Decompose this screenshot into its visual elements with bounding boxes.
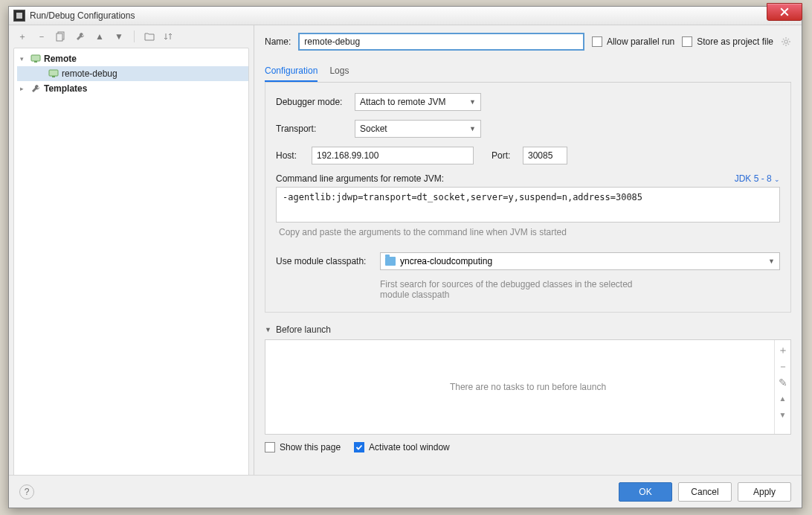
checkbox-label: Show this page [280,442,341,452]
select-value: Attach to remote JVM [360,97,445,107]
module-classpath-hint: First search for sources of the debugged… [380,279,648,300]
gear-icon[interactable] [781,36,791,47]
transport-label: Transport: [276,124,347,134]
module-icon [385,257,396,266]
dialog-footer: ? OK Cancel Apply [9,475,802,508]
app-icon [13,10,25,22]
tasks-side-toolbar: ＋ － ✎ ▲ ▼ [774,340,790,434]
close-button[interactable] [767,3,802,21]
select-value: Socket [360,124,387,134]
checkbox-label: Allow parallel run [607,36,674,47]
task-up-button[interactable]: ▲ [779,394,787,404]
store-as-project-file-checkbox[interactable]: Store as project file [682,36,773,47]
configuration-panel: Debugger mode: Attach to remote JVM ▼ Tr… [265,83,791,313]
titlebar[interactable]: Run/Debug Configurations [9,7,802,25]
remove-config-button[interactable]: － [36,31,48,42]
svg-rect-3 [34,61,37,63]
apply-button[interactable]: Apply [738,482,791,502]
tree-node-remote[interactable]: ▾ Remote [17,51,248,66]
cancel-button[interactable]: Cancel [678,482,732,502]
tab-logs[interactable]: Logs [329,61,349,82]
module-classpath-label: Use module classpath: [276,256,373,266]
remote-config-icon [48,68,59,79]
sort-button[interactable] [163,31,175,42]
svg-rect-5 [52,76,55,77]
remote-group-icon [30,54,41,64]
name-label: Name: [265,36,291,47]
task-edit-button[interactable]: ✎ [779,377,787,388]
tree-node-remote-debug[interactable]: remote-debug [17,66,248,81]
edit-defaults-button[interactable] [74,31,86,42]
chevron-down-icon: ▼ [469,98,476,106]
dialog-window: Run/Debug Configurations ＋ － ▲ ▼ ▾ [8,6,802,508]
debugger-mode-select[interactable]: Attach to remote JVM ▼ [355,93,481,111]
folder-icon [144,32,155,41]
copy-icon [56,31,66,42]
checkbox-box [592,36,602,47]
tree-label: Remote [44,54,77,64]
checkbox-box [265,442,275,452]
help-button[interactable]: ? [19,484,34,499]
tree-label: remote-debug [62,68,117,79]
svg-rect-4 [49,70,58,76]
expand-icon[interactable]: ▸ [20,85,28,92]
window-title: Run/Debug Configurations [30,10,135,21]
before-launch-title: Before launch [276,324,331,335]
move-down-button[interactable]: ▼ [113,31,125,42]
move-up-button[interactable]: ▲ [94,31,106,42]
tree-label: Templates [44,83,87,94]
cmd-args-textarea[interactable]: -agentlib:jdwp=transport=dt_socket,serve… [276,187,780,223]
checkbox-label: Activate tool window [369,442,450,452]
configurations-tree[interactable]: ▾ Remote remote-debug ▸ Templates [13,48,249,503]
svg-rect-1 [57,33,62,41]
before-launch-tasks: There are no tasks to run before launch … [265,339,791,435]
add-config-button[interactable]: ＋ [16,31,28,42]
ok-button[interactable]: OK [619,482,672,502]
templates-icon [30,83,41,94]
task-down-button[interactable]: ▼ [779,410,787,420]
task-remove-button[interactable]: － [778,361,788,371]
checkbox-box [682,36,692,47]
activate-tool-window-checkbox[interactable]: Activate tool window [354,442,450,452]
expand-icon[interactable]: ▾ [20,55,28,63]
right-panel: Name: Allow parallel run Store as projec… [254,25,802,508]
tabs: Configuration Logs [265,61,791,83]
cmd-args-hint: Copy and paste the arguments to the comm… [279,227,780,237]
cmd-args-label: Command line arguments for remote JVM: [276,173,444,184]
copy-config-button[interactable] [55,31,67,42]
before-launch-header[interactable]: ▼ Before launch [265,324,791,335]
chevron-down-icon: ▼ [469,125,476,132]
left-panel: ＋ － ▲ ▼ ▾ Remote remote-debug [9,25,254,508]
host-input[interactable] [312,147,474,164]
allow-parallel-run-checkbox[interactable]: Allow parallel run [592,36,674,47]
show-this-page-checkbox[interactable]: Show this page [265,442,341,452]
sort-icon [164,31,174,42]
host-label: Host: [276,150,304,161]
jdk-version-dropdown[interactable]: JDK 5 - 8 ⌄ [735,173,780,184]
transport-select[interactable]: Socket ▼ [355,120,481,138]
wrench-icon [75,31,86,42]
tree-node-templates[interactable]: ▸ Templates [17,81,248,96]
debugger-mode-label: Debugger mode: [276,97,347,107]
close-icon [780,7,789,16]
checkbox-box [354,442,364,452]
svg-rect-2 [31,55,40,61]
svg-point-6 [784,40,787,43]
tab-configuration[interactable]: Configuration [265,61,318,82]
chevron-down-icon: ▼ [768,258,775,265]
port-input[interactable] [523,147,567,164]
config-toolbar: ＋ － ▲ ▼ [9,25,254,48]
port-label: Port: [492,150,515,161]
before-launch-section: ▼ Before launch There are no tasks to ru… [265,324,791,452]
folder-button[interactable] [144,31,155,42]
name-input[interactable] [298,33,584,51]
chevron-down-icon: ⌄ [774,176,780,183]
select-value: yncrea-cloudcomputing [400,256,492,266]
toolbar-separator [134,31,135,42]
tasks-empty-text: There are no tasks to run before launch [450,382,606,392]
collapse-icon: ▼ [265,326,271,333]
module-classpath-select[interactable]: yncrea-cloudcomputing ▼ [380,252,780,270]
task-add-button[interactable]: ＋ [778,345,788,355]
checkbox-label: Store as project file [697,36,773,47]
